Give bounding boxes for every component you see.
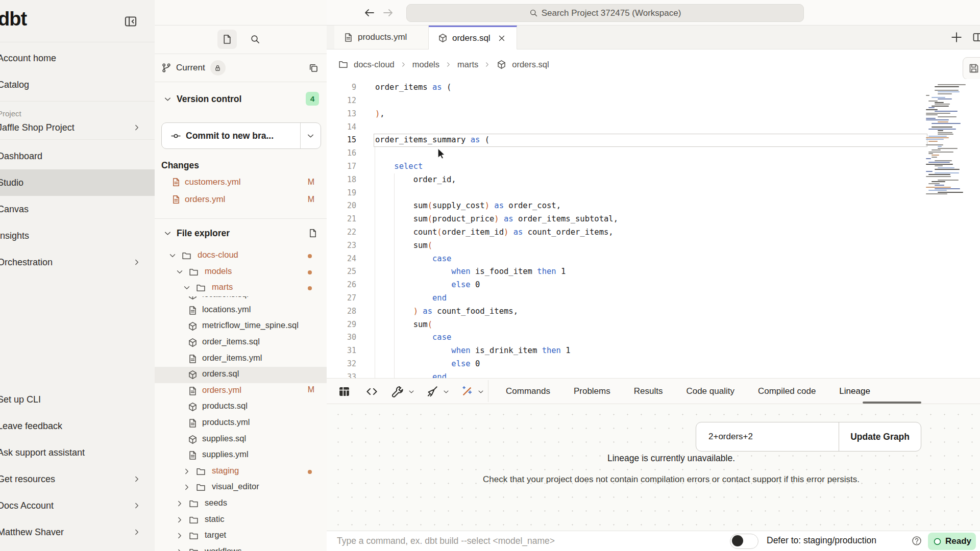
chevron-down-icon[interactable]: [183, 284, 191, 292]
new-file-icon[interactable]: [308, 229, 317, 238]
chevron-right-icon[interactable]: [176, 499, 184, 508]
branch-selector[interactable]: Current: [155, 54, 327, 82]
copy-icon[interactable]: [308, 63, 318, 73]
sidebar-item-jaffle-shop-project[interactable]: Jaffle Shop Project: [0, 119, 155, 136]
panel-tab-code-quality[interactable]: Code quality: [686, 386, 734, 396]
code-line-13[interactable]: ),: [375, 108, 385, 121]
changed-file-customers.yml[interactable]: customers.ymlM: [155, 173, 327, 191]
tree-item-docs-cloud[interactable]: docs-cloud: [155, 248, 327, 264]
chevron-right-icon[interactable]: [183, 467, 191, 475]
tree-item-supplies.yml[interactable]: supplies.yml: [155, 447, 327, 464]
sidebar-item-studio[interactable]: Studio: [0, 169, 155, 196]
save-button[interactable]: [963, 57, 980, 80]
panel-tab-commands[interactable]: Commands: [506, 386, 550, 396]
code-line-15[interactable]: order_items_summary as (: [375, 134, 489, 147]
sidebar-item-orchestration[interactable]: Orchestration: [0, 249, 155, 276]
code-line-26[interactable]: else 0: [375, 279, 480, 292]
tree-item-seeds[interactable]: seeds: [155, 496, 327, 512]
commit-button[interactable]: Commit to new bra...: [161, 122, 321, 149]
split-editor-icon[interactable]: [972, 32, 980, 43]
tree-item-locations.yml[interactable]: locations.yml: [155, 303, 327, 319]
wrench-icon[interactable]: [391, 385, 404, 398]
command-input[interactable]: Type a command, ex. dbt build --select <…: [337, 536, 555, 546]
breadcrumb-item[interactable]: orders.sql: [512, 60, 549, 69]
tree-item-visual_editor[interactable]: visual_editor: [155, 480, 327, 496]
code-line-30[interactable]: case: [375, 331, 451, 344]
chevron-right-icon[interactable]: [176, 516, 184, 524]
version-control-header[interactable]: Version control 4: [155, 90, 327, 108]
tree-item-products.sql[interactable]: products.sql: [155, 399, 327, 415]
tree-item-workflows[interactable]: workflows: [155, 544, 327, 551]
code-line-28[interactable]: ) as count_food_items,: [375, 305, 518, 318]
defer-toggle[interactable]: [730, 534, 758, 549]
sidebar-item-docs-account[interactable]: Docs Account: [0, 492, 155, 519]
sidebar-item-set-up-cli[interactable]: Set up CLI: [0, 386, 155, 413]
new-tab-button[interactable]: [950, 31, 963, 43]
sidebar-item-catalog[interactable]: Catalog: [0, 71, 155, 98]
tree-item-order_items.sql[interactable]: order_items.sql: [155, 335, 327, 351]
sidebar-item-dashboard[interactable]: Dashboard: [0, 143, 155, 169]
code-line-27[interactable]: end: [375, 292, 447, 305]
code-line-21[interactable]: sum(product_price) as order_items_subtot…: [375, 213, 618, 226]
file-search-button[interactable]: [247, 31, 264, 48]
file-explorer-header[interactable]: File explorer: [155, 224, 327, 242]
ai-assist-icon[interactable]: [460, 385, 473, 398]
sidebar-item-get-resources[interactable]: Get resources: [0, 466, 155, 492]
lineage-selector-input[interactable]: [696, 422, 839, 451]
tree-item-metricflow_time_spine.sql[interactable]: metricflow_time_spine.sql: [155, 318, 327, 335]
chevron-right-icon[interactable]: [176, 532, 184, 540]
panel-tab-results[interactable]: Results: [634, 386, 663, 396]
tree-item-target[interactable]: target: [155, 528, 327, 544]
tree-item-supplies.sql[interactable]: supplies.sql: [155, 432, 327, 448]
panel-tab-compiled-code[interactable]: Compiled code: [758, 386, 816, 396]
tree-item-order_items.yml[interactable]: order_items.yml: [155, 351, 327, 367]
panel-tab-lineage[interactable]: Lineage: [839, 386, 870, 396]
tree-item-staging[interactable]: staging: [155, 464, 327, 480]
sidebar-item-ask-support-assistant[interactable]: Ask support assistant: [0, 439, 155, 466]
chevron-down-icon[interactable]: [477, 388, 484, 395]
chevron-down-icon[interactable]: [443, 388, 450, 395]
code-line-9[interactable]: order_items as (: [375, 81, 451, 94]
project-search-input[interactable]: Search Project 372475 (Workspace): [406, 4, 804, 22]
tree-item-products.yml[interactable]: products.yml: [155, 415, 327, 432]
breadcrumb-item[interactable]: models: [412, 60, 439, 69]
code-line-32[interactable]: else 0: [375, 358, 480, 371]
tree-item-locations.sql[interactable]: locations.sql: [155, 296, 327, 303]
chevron-right-icon[interactable]: [176, 548, 184, 551]
tree-item-models[interactable]: models: [155, 264, 327, 281]
chevron-down-icon[interactable]: [408, 388, 415, 395]
chevron-right-icon[interactable]: [183, 483, 191, 491]
changed-file-orders.yml[interactable]: orders.ymlM: [155, 191, 327, 208]
code-line-22[interactable]: count(order_item_id) as count_order_item…: [375, 226, 614, 239]
back-arrow-icon[interactable]: [364, 7, 375, 18]
new-file-button[interactable]: [217, 30, 237, 49]
breadcrumb-item[interactable]: docs-cloud: [354, 60, 395, 69]
code-line-20[interactable]: sum(supply_cost) as order_cost,: [375, 199, 561, 213]
chevron-down-icon[interactable]: [168, 252, 177, 260]
sidebar-item-leave-feedback[interactable]: Leave feedback: [0, 413, 155, 439]
code-line-23[interactable]: sum(: [375, 239, 432, 253]
sidebar-item-insights[interactable]: Insights: [0, 222, 155, 249]
help-icon[interactable]: [912, 536, 922, 546]
tree-item-static[interactable]: static: [155, 512, 327, 529]
tree-item-orders.sql[interactable]: orders.sql: [155, 367, 327, 383]
chevron-down-icon[interactable]: [176, 268, 184, 276]
minimap[interactable]: [926, 83, 970, 198]
table-icon[interactable]: [338, 385, 351, 398]
chevron-down-icon[interactable]: [306, 132, 315, 140]
tab-products.yml[interactable]: products.yml: [334, 26, 429, 49]
collapse-sidebar-icon[interactable]: [124, 15, 137, 28]
sidebar-item-account-home[interactable]: Account home: [0, 45, 155, 71]
tree-item-marts[interactable]: marts: [155, 280, 327, 296]
status-badge[interactable]: Ready: [928, 533, 976, 550]
sidebar-item-canvas[interactable]: Canvas: [0, 196, 155, 222]
panel-tab-problems[interactable]: Problems: [574, 386, 610, 396]
forward-arrow-icon[interactable]: [382, 7, 394, 18]
close-icon[interactable]: [498, 34, 506, 42]
breadcrumb-item[interactable]: marts: [457, 60, 478, 69]
code-line-31[interactable]: when is_drink_item then 1: [375, 344, 571, 358]
code-editor[interactable]: 9order_items as (1213),1415order_items_s…: [327, 79, 980, 378]
sidebar-item-matthew-shaver[interactable]: Matthew Shaver: [0, 519, 155, 545]
code-line-17[interactable]: select: [375, 160, 423, 173]
code-line-25[interactable]: when is_food_item then 1: [375, 265, 566, 279]
